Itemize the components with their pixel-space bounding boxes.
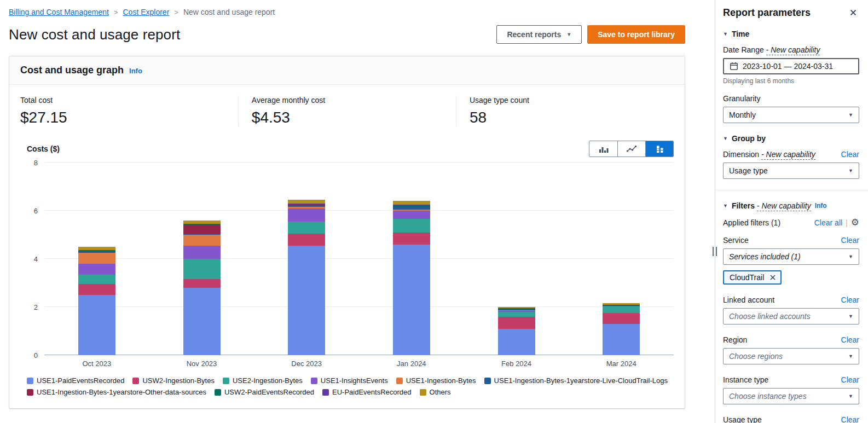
- bar-segment[interactable]: [78, 264, 115, 275]
- line-chart-toggle-button[interactable]: [617, 141, 645, 157]
- legend-item[interactable]: USE1-PaidEventsRecorded: [27, 376, 124, 385]
- y-tick-label: 0: [34, 351, 38, 360]
- linked-account-clear-link[interactable]: Clear: [841, 295, 859, 304]
- filter-settings-gear-icon[interactable]: ⚙: [851, 218, 859, 227]
- legend-label: USE1-Ingestion-Bytes-1yearstore-Live-Clo…: [494, 376, 668, 385]
- panel-resize-handle[interactable]: [710, 243, 720, 259]
- bar-segment[interactable]: [603, 306, 640, 313]
- linked-account-filter-select[interactable]: Choose linked accounts ▼: [723, 308, 859, 325]
- stacked-bar-mar-2024[interactable]: [603, 163, 640, 355]
- instance-type-filter-group: Instance type Clear Choose instance type…: [723, 375, 859, 404]
- breadcrumb-cost-explorer-link[interactable]: Cost Explorer: [123, 8, 169, 16]
- bar-segment[interactable]: [183, 246, 221, 259]
- bar-segment[interactable]: [498, 317, 535, 329]
- granularity-label: Granularity: [723, 94, 760, 103]
- bar-segment[interactable]: [603, 324, 640, 355]
- instance-type-filter-select[interactable]: Choose instance types ▼: [723, 388, 859, 404]
- stacked-bar-jan-2024[interactable]: [393, 163, 430, 355]
- stacked-bar-nov-2023[interactable]: [183, 163, 221, 355]
- stacked-bar-chart-toggle-button[interactable]: [645, 141, 673, 157]
- chevron-down-icon: ▼: [723, 136, 728, 141]
- panel-title: Report parameters: [723, 7, 811, 19]
- bar-segment[interactable]: [393, 219, 430, 232]
- clear-all-filters-link[interactable]: Clear all: [814, 218, 842, 227]
- bar-segment[interactable]: [288, 200, 325, 204]
- instance-type-placeholder: Choose instance types: [729, 392, 807, 401]
- card-info-link[interactable]: Info: [129, 67, 142, 75]
- legend-item[interactable]: USE1-Ingestion-Bytes: [396, 376, 476, 385]
- legend-item[interactable]: EU-PaidEventsRecorded: [322, 388, 412, 396]
- panel-divider: [715, 190, 868, 190]
- bar-segment[interactable]: [603, 313, 640, 324]
- region-filter-select[interactable]: Choose regions ▼: [723, 348, 859, 364]
- date-range-input[interactable]: 2023-10-01 — 2024-03-31: [723, 58, 859, 74]
- bar-slot: [254, 163, 359, 355]
- legend-item[interactable]: USW2-Ingestion-Bytes: [132, 376, 215, 385]
- bar-segment[interactable]: [393, 245, 430, 355]
- group-by-section-header[interactable]: ▼ Group by: [723, 134, 859, 143]
- service-clear-link[interactable]: Clear: [841, 236, 859, 245]
- stacked-bar-feb-2024[interactable]: [498, 163, 535, 355]
- region-clear-link[interactable]: Clear: [841, 335, 859, 344]
- bar-segment[interactable]: [78, 253, 115, 264]
- cloudtrail-filter-token: CloudTrail: [723, 270, 782, 285]
- bar-segment[interactable]: [78, 284, 115, 295]
- bar-segment[interactable]: [288, 208, 325, 222]
- y-tick-label: 4: [34, 255, 38, 263]
- dimension-label: Dimension - New capability: [723, 150, 815, 159]
- bar-segment[interactable]: [498, 329, 535, 355]
- stat-value: $27.15: [20, 109, 225, 126]
- bar-segment[interactable]: [498, 312, 535, 317]
- bar-segment[interactable]: [183, 225, 221, 233]
- group-by-section-title: Group by: [732, 134, 766, 143]
- legend-label: USE1-Ingestion-Bytes-1yearstore-Other-da…: [37, 388, 206, 396]
- legend-item[interactable]: Others: [420, 388, 451, 396]
- stacked-bar-oct-2023[interactable]: [78, 163, 115, 355]
- y-tick-label: 2: [34, 303, 38, 311]
- service-filter-select[interactable]: Services included (1) ▼: [723, 248, 859, 265]
- bar-segment[interactable]: [288, 246, 325, 355]
- close-icon: [769, 274, 776, 281]
- bar-segment[interactable]: [183, 221, 221, 224]
- filters-section-header[interactable]: ▼ Filters - New capability Info: [723, 201, 859, 210]
- breadcrumb-billing-link[interactable]: Billing and Cost Management: [9, 8, 109, 16]
- bar-segment[interactable]: [183, 235, 221, 246]
- bar-segment[interactable]: [288, 222, 325, 234]
- stacked-bar-dec-2023[interactable]: [288, 163, 325, 355]
- save-to-report-library-button[interactable]: Save to report library: [587, 25, 685, 44]
- dimension-clear-link[interactable]: Clear: [841, 150, 859, 159]
- chevron-down-icon: ▼: [848, 254, 853, 259]
- remove-token-button[interactable]: [769, 274, 776, 281]
- granularity-select[interactable]: Monthly ▼: [723, 107, 859, 123]
- filters-section-title: Filters - New capability: [732, 201, 811, 210]
- recent-reports-button[interactable]: Recent reports ▼: [496, 25, 582, 44]
- bar-segment[interactable]: [78, 295, 115, 355]
- bar-chart-icon: [599, 145, 609, 153]
- legend-item[interactable]: USE1-Ingestion-Bytes-1yearstore-Other-da…: [27, 388, 206, 396]
- legend-label: USE1-Ingestion-Bytes: [406, 376, 476, 385]
- bar-chart-toggle-button[interactable]: [589, 141, 617, 157]
- bar-segment[interactable]: [183, 288, 221, 355]
- instance-type-clear-link[interactable]: Clear: [841, 375, 859, 384]
- legend-item[interactable]: USW2-PaidEventsRecorded: [215, 388, 314, 396]
- usage-type-clear-link[interactable]: Clear: [841, 415, 859, 423]
- legend-item[interactable]: USE1-Ingestion-Bytes-1yearstore-Live-Clo…: [484, 376, 668, 385]
- breadcrumb-separator-icon: >: [114, 8, 118, 16]
- legend-item[interactable]: USE1-InsightsEvents: [311, 376, 388, 385]
- bar-segment[interactable]: [183, 259, 221, 279]
- new-capability-badge: - New capability: [766, 45, 820, 55]
- bar-segment[interactable]: [78, 275, 115, 285]
- bar-segment[interactable]: [393, 211, 430, 219]
- chevron-down-icon: ▼: [848, 168, 853, 173]
- bar-segment[interactable]: [183, 279, 221, 287]
- bar-segment[interactable]: [393, 201, 430, 205]
- legend-label: USW2-Ingestion-Bytes: [142, 376, 215, 385]
- chart-plot: [44, 163, 674, 355]
- legend-item[interactable]: USE2-Ingestion-Bytes: [223, 376, 303, 385]
- filters-info-link[interactable]: Info: [815, 202, 827, 210]
- time-section-header[interactable]: ▼ Time: [723, 30, 859, 38]
- bar-segment[interactable]: [288, 234, 325, 246]
- bar-segment[interactable]: [393, 233, 430, 245]
- close-panel-button[interactable]: [847, 7, 859, 19]
- dimension-select[interactable]: Usage type ▼: [723, 163, 859, 179]
